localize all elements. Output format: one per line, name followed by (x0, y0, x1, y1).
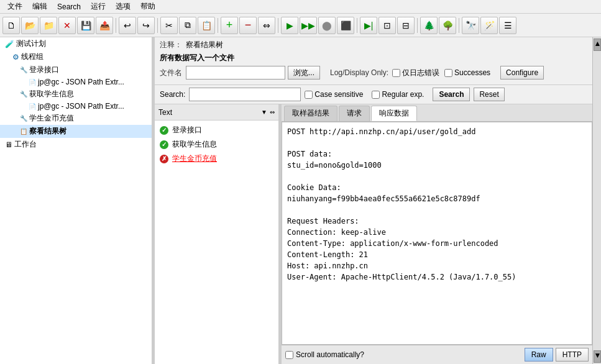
stop-now-button[interactable]: ⬛ (337, 17, 354, 34)
workbench-icon: 🖥 (5, 140, 12, 149)
remove-button[interactable]: − (239, 17, 257, 34)
cut-button[interactable]: ✂ (160, 17, 178, 34)
tree-item-student-json[interactable]: 📄 jp@gc - JSON Path Extr... (0, 101, 152, 112)
http-button[interactable]: HTTP (556, 348, 589, 362)
export-button[interactable]: 📤 (96, 17, 113, 34)
stop-button[interactable]: ⬤ (318, 17, 336, 34)
sep6 (417, 18, 418, 33)
raw-button[interactable]: Raw (525, 348, 553, 362)
tab-sampler-results[interactable]: 取样器结果 (284, 106, 337, 121)
remote-start-button[interactable]: ▶| (360, 17, 377, 34)
errors-only-checkbox-label[interactable]: 仅日志错误 (392, 68, 439, 78)
list-item-1[interactable]: ✓ 获取学生信息 (155, 137, 278, 152)
sep3 (218, 18, 218, 33)
tab-bar: 取样器结果 请求 响应数据 (282, 104, 592, 122)
tab-response-data[interactable]: 响应数据 (371, 106, 417, 121)
list-item-2[interactable]: ✗ 学生金币充值 (155, 152, 278, 166)
dropdown-icon[interactable]: ▼ (261, 109, 267, 116)
regex-checkbox[interactable] (372, 91, 380, 99)
browse-button[interactable]: 浏览... (288, 66, 320, 80)
text-list-body: ✓ 登录接口 ✓ 获取学生信息 ✗ 学生金币充值 (155, 121, 278, 364)
configure-button[interactable]: Configure (500, 66, 544, 80)
open-template-button[interactable]: 📂 (21, 17, 39, 34)
section-title: 所有数据写入一个文件 (160, 53, 587, 63)
detail-content: POST http://api.nnzhp.cn/api/user/gold_a… (282, 122, 592, 345)
group-icon: ⚙ (12, 53, 19, 61)
login-icon: 🔧 (20, 66, 27, 73)
plan-icon: 🧪 (5, 40, 14, 48)
clear-all-button[interactable]: 🌳 (439, 17, 456, 34)
scroll-automatically-label[interactable]: Scroll automatically? (285, 350, 364, 359)
toolbar: 🗋 📂 📁 ✕ 💾 📤 ↩ ↪ ✂ ⧉ 📋 + − ⇔ ▶ ▶▶ ⬤ ⬛ ▶| … (0, 14, 601, 37)
gold-label: 学生金币充值 (29, 113, 74, 124)
save-button[interactable]: 💾 (77, 17, 94, 34)
tree-item-plan[interactable]: 🧪 测试计划 (0, 37, 152, 50)
scroll-down-button[interactable]: ▼ (594, 350, 601, 363)
main-layout: 🧪 测试计划 ⚙ 线程组 🔧 登录接口 📄 jp@gc - JSON Path … (0, 37, 601, 364)
successes-label: Successes (454, 68, 490, 77)
tree-item-student[interactable]: 🔧 获取学生信息 (0, 88, 152, 101)
successes-checkbox[interactable] (444, 69, 452, 77)
resize-icon[interactable]: ⇔ (270, 109, 275, 116)
redo-button[interactable]: ↪ (137, 17, 155, 34)
right-panel: 注释： 察看结果树 所有数据写入一个文件 文件名 浏览... Log/Displ… (155, 37, 592, 364)
status-icon-2: ✗ (160, 155, 168, 163)
remote-stop-button[interactable]: ⊡ (378, 17, 396, 34)
new-button[interactable]: 🗋 (2, 17, 20, 34)
menu-file[interactable]: 文件 (2, 0, 27, 13)
menu-options[interactable]: 选项 (111, 0, 135, 13)
case-sensitive-label[interactable]: Case sensitive (305, 90, 363, 99)
tree-item-result[interactable]: 📋 察看结果树 (0, 125, 152, 138)
help-button[interactable]: 🪄 (480, 17, 498, 34)
regex-text: Regular exp. (382, 90, 424, 99)
play-no-pause-button[interactable]: ▶▶ (300, 17, 317, 34)
tree-item-group[interactable]: ⚙ 线程组 (0, 50, 152, 63)
tree-item-login[interactable]: 🔧 登录接口 (0, 63, 152, 76)
paste-button[interactable]: 📋 (198, 17, 215, 34)
sep4 (278, 18, 278, 33)
list-item-0[interactable]: ✓ 登录接口 (155, 123, 278, 137)
search-toolbar-button[interactable]: 🔭 (462, 17, 479, 34)
menu-help[interactable]: 帮助 (135, 0, 160, 13)
reset-button[interactable]: Reset (474, 88, 504, 101)
text-list-header-label: Text (158, 108, 261, 117)
sep2 (157, 18, 158, 33)
status-icon-0: ✓ (160, 126, 168, 135)
tab-request[interactable]: 请求 (339, 106, 370, 121)
add-button[interactable]: + (221, 17, 238, 34)
search-bar: Search: Case sensitive Regular exp. Sear… (155, 85, 592, 104)
close-button[interactable]: ✕ (58, 17, 76, 34)
detail-footer: Scroll automatically? Raw HTTP (282, 345, 592, 364)
scroll-automatically-checkbox[interactable] (285, 351, 293, 359)
menu-run[interactable]: 运行 (86, 0, 111, 13)
tree-item-workbench[interactable]: 🖥 工作台 (0, 138, 152, 151)
search-button[interactable]: Search (433, 88, 470, 101)
successes-checkbox-label[interactable]: Successes (444, 68, 490, 77)
filename-input[interactable] (186, 66, 285, 80)
options-toolbar-button[interactable]: ☰ (499, 17, 516, 34)
sep1 (116, 18, 116, 33)
undo-button[interactable]: ↩ (119, 17, 136, 34)
menu-bar: 文件 编辑 Search 运行 选项 帮助 (0, 0, 601, 14)
copy-button[interactable]: ⧉ (179, 17, 196, 34)
regex-label[interactable]: Regular exp. (372, 90, 424, 99)
play-button[interactable]: ▶ (281, 17, 298, 34)
tree-item-gold[interactable]: 🔧 学生金币充值 (0, 112, 152, 125)
expand-button[interactable]: ⇔ (258, 17, 275, 34)
config-area: 注释： 察看结果树 所有数据写入一个文件 文件名 浏览... Log/Displ… (155, 37, 592, 85)
open-button[interactable]: 📁 (40, 17, 57, 34)
detail-panel: 取样器结果 请求 响应数据 POST http://api.nnzhp.cn/a… (282, 104, 592, 364)
case-sensitive-checkbox[interactable] (305, 91, 313, 99)
right-scrollbar[interactable]: ▲ ▼ (592, 37, 601, 364)
scroll-up-button[interactable]: ▲ (594, 39, 601, 51)
clear-button[interactable]: 🌲 (420, 17, 438, 34)
scroll-track (593, 52, 601, 349)
menu-search[interactable]: Search (52, 1, 86, 12)
group-label: 线程组 (21, 52, 44, 62)
search-input[interactable] (189, 88, 301, 101)
tree-item-login-json[interactable]: 📄 jp@gc - JSON Path Extr... (0, 76, 152, 88)
comment-row: 注释： 察看结果树 (160, 40, 587, 50)
menu-edit[interactable]: 编辑 (27, 0, 52, 13)
remote-stop-now-button[interactable]: ⊟ (397, 17, 415, 34)
errors-only-checkbox[interactable] (392, 69, 400, 77)
